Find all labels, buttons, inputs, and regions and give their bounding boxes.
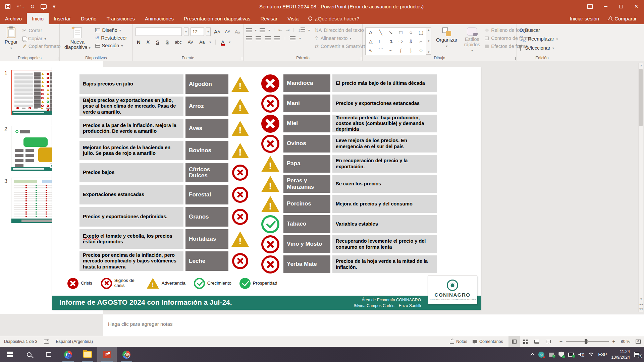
product-description[interactable]: Precios y exportaciones deprimidas. [79, 207, 183, 227]
cut-button[interactable]: ✂Cortar [22, 27, 61, 34]
zoom-slider-thumb[interactable] [585, 339, 587, 344]
wifi-icon[interactable] [588, 353, 594, 357]
align-text-button[interactable]: ⇳Alinear texto▾ [315, 36, 369, 41]
restore-button[interactable] [613, 0, 629, 13]
product-name-box[interactable]: Arroz [185, 97, 228, 116]
copy-button[interactable]: Copiar▾ [22, 36, 61, 41]
tab-inicio[interactable]: Inicio [27, 13, 49, 24]
reading-view-button[interactable] [531, 336, 543, 347]
drawing-dialog-launcher[interactable] [513, 57, 516, 60]
spellcheck-icon[interactable] [44, 340, 49, 344]
smartart-button[interactable]: ⇄Convertir a SmartArt▾ [315, 44, 369, 49]
align-right-icon[interactable] [265, 36, 271, 41]
select-button[interactable]: Seleccionar▾ [520, 45, 558, 51]
save-icon[interactable] [5, 4, 10, 9]
product-description[interactable]: Precios a la par de la inflación. Mejora… [79, 119, 183, 138]
underline-button[interactable]: S [155, 39, 161, 45]
product-name-box[interactable]: Hortalizas [185, 229, 228, 249]
product-name-box[interactable]: Granos [185, 207, 228, 227]
clipboard-dialog-launcher[interactable] [55, 57, 58, 60]
coninagro-logo[interactable]: CONINAGRO CONFEDERACIÓN INTERCOOPERATIVA… [428, 276, 477, 304]
scroll-down-icon[interactable]: ▼ [640, 297, 642, 302]
previous-slide-icon[interactable]: ▲▲ [639, 302, 643, 307]
slideshow-view-button[interactable] [543, 336, 554, 347]
notification-center-button[interactable]: 3 [634, 352, 640, 357]
clock[interactable]: 11:24 13/9/2024 [611, 349, 630, 360]
product-name-box[interactable]: Forestal [185, 185, 228, 204]
tab-insertar[interactable]: Insertar [49, 13, 76, 24]
tray-expand-icon[interactable] [531, 353, 535, 357]
align-left-icon[interactable] [246, 36, 252, 41]
product-description[interactable]: Mejoran los precios de la hacienda en ju… [79, 141, 183, 160]
zoom-in-button[interactable]: + [612, 339, 615, 345]
shape-triangle-icon[interactable]: △ [366, 37, 376, 46]
replace-button[interactable]: ab⇢acReemplazar▾ [520, 36, 558, 42]
bullets-icon[interactable] [246, 28, 252, 33]
product-name-box[interactable]: Papa [283, 155, 330, 173]
clear-formatting-button[interactable]: A𝄪 [233, 28, 242, 35]
slide-footer-bar[interactable]: Informe de AGOSTO 2024 con Información a… [52, 296, 481, 310]
new-slide-button[interactable]: ✶ Nuevadiapositiva ▾ [62, 26, 93, 54]
strikethrough-button[interactable]: abc [173, 39, 183, 45]
shape-elbow-connector-icon[interactable]: ∟ [376, 37, 386, 46]
product-description[interactable]: Recuperando levemente el precio y del co… [332, 235, 437, 253]
font-size-dropdown[interactable]: ▾ [206, 27, 211, 36]
undo-icon[interactable]: ↶ ▾ [16, 3, 24, 10]
normal-view-button[interactable] [508, 336, 520, 347]
shape-scribble-icon[interactable]: ∿ [366, 46, 376, 55]
product-name-box[interactable]: Miel [283, 115, 330, 132]
section-button[interactable]: Sección▾ [95, 43, 127, 48]
product-name-box[interactable]: Leche [185, 251, 228, 271]
product-description[interactable]: Precios y exportaciones estancadas [332, 95, 437, 112]
shape-arc-icon[interactable]: ⌒ [376, 46, 386, 55]
product-description[interactable]: Exepto el tomate y cebolla, los precios … [79, 229, 183, 249]
redo-icon[interactable]: ↻ [30, 3, 35, 10]
product-description[interactable]: Se caen los precios [332, 175, 437, 193]
product-description[interactable]: Exportaciones estancadas [79, 185, 183, 204]
sign-in-link[interactable]: Iniciar sesión [570, 16, 599, 21]
task-view-button[interactable] [39, 347, 58, 362]
text-direction-button[interactable]: ⇅ADirección del texto▾ [315, 27, 369, 33]
notes-toggle[interactable]: Notas [450, 339, 467, 344]
grow-font-button[interactable]: A˄ [213, 28, 222, 35]
quick-styles-button[interactable]: Estilosrápidos ▾ [462, 26, 482, 54]
zoom-level[interactable]: 80 % [621, 339, 631, 344]
share-button[interactable]: Compartir [608, 16, 637, 21]
numbering-icon[interactable] [260, 28, 265, 33]
shrink-font-button[interactable]: A˅ [224, 29, 231, 35]
shape-snip-corner-rectangle-icon[interactable]: ⌐ [416, 37, 426, 46]
format-painter-button[interactable]: Copiar formato [22, 44, 61, 49]
shape-down-arrow-icon[interactable]: ⇩ [406, 37, 416, 46]
product-description[interactable]: En recuperación del precio y la exportac… [332, 155, 437, 173]
tab-transiciones[interactable]: Transiciones [102, 13, 140, 24]
shape-text-box-icon[interactable]: A [366, 28, 376, 37]
font-color-button[interactable]: A [220, 39, 225, 45]
product-name-box[interactable]: Vino y Mosto [283, 235, 330, 253]
notes-placeholder[interactable]: Haga clic para agregar notas [108, 321, 173, 327]
product-description[interactable]: Precios por encima de la inflación, pero… [79, 251, 183, 271]
character-spacing-button[interactable]: AV [186, 39, 195, 45]
paste-button[interactable]: Pegar▾ [3, 26, 20, 54]
shape-line-icon[interactable]: ╲ [376, 28, 386, 37]
language-indicator[interactable]: Español (Argentina) [56, 339, 93, 344]
tab-archivo[interactable]: Archivo [0, 13, 27, 24]
bold-button[interactable]: N [136, 39, 142, 45]
notes-pane[interactable]: Haga clic para agregar notas [103, 314, 644, 336]
product-name-box[interactable]: Bovinos [185, 141, 228, 160]
volume-icon[interactable]: ))) [578, 353, 584, 357]
taskbar-search-button[interactable] [19, 347, 39, 362]
line-spacing-icon[interactable]: ↕ [298, 27, 305, 33]
display-tray-icon[interactable] [568, 353, 574, 357]
zoom-out-button[interactable]: − [559, 339, 562, 345]
shape-right-brace-icon[interactable]: } [406, 46, 416, 55]
increase-indent-icon[interactable]: ⇥ [285, 27, 289, 33]
shape-right-arrow-icon[interactable]: ⇨ [396, 37, 406, 46]
slide-sorter-view-button[interactable] [520, 336, 531, 347]
tab-presentacion-con-diapositivas[interactable]: Presentación con diapositivas [179, 13, 255, 24]
product-description[interactable]: El precio más bajo de la última década [332, 74, 437, 92]
product-name-box[interactable]: Maní [283, 95, 330, 112]
close-button[interactable]: ✕ [629, 0, 644, 13]
powerpoint-taskbar-button[interactable]: P [97, 347, 117, 362]
fit-slide-button[interactable] [636, 340, 641, 344]
tab-revisar[interactable]: Revisar [255, 13, 282, 24]
